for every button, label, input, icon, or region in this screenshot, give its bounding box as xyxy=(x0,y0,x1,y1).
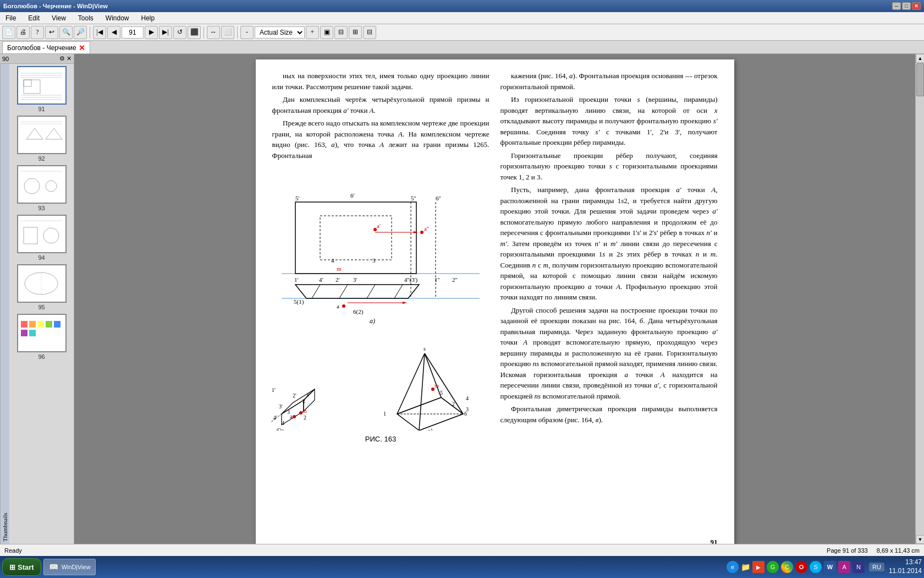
menu-file[interactable]: File xyxy=(2,13,19,23)
lang-indicator[interactable]: RU xyxy=(869,563,884,571)
doc-tab-close[interactable]: ✕ xyxy=(79,43,85,52)
status-ready: Ready xyxy=(4,547,22,554)
thumb-91[interactable]: 91 xyxy=(12,66,72,112)
menu-window[interactable]: Window xyxy=(102,13,133,23)
tb-fit-page-button[interactable]: ⬜ xyxy=(221,26,234,39)
windjview-icon: 📖 xyxy=(48,561,59,572)
tb-fit-width-button[interactable]: ↔ xyxy=(207,26,220,39)
tb-view3-button[interactable]: ⊞ xyxy=(349,26,362,39)
scroll-down-arrow[interactable]: ▼ xyxy=(916,535,924,544)
thumb-img-92 xyxy=(17,116,67,154)
tb-refresh-button[interactable]: ↺ xyxy=(173,26,186,39)
thumb-num-94: 94 xyxy=(38,254,45,261)
svg-rect-18 xyxy=(18,216,65,252)
taskbar: ⊞ Start 📖 WinDjView e 📁 ▶ G C O S W A N … xyxy=(0,556,924,578)
start-button[interactable]: ⊞ Start xyxy=(2,558,41,576)
clock-date: 11.01.2014 xyxy=(889,567,922,576)
tb-back-button[interactable]: ↩ xyxy=(45,26,58,39)
svg-point-46 xyxy=(420,231,424,234)
tray-app3-icon[interactable]: N xyxy=(853,561,865,573)
thumbs-panel[interactable]: 91 92 xyxy=(9,64,74,544)
tray-green-icon[interactable]: G xyxy=(767,561,779,573)
sidebar-settings-icon[interactable]: ⚙ xyxy=(59,55,65,62)
thumb-92[interactable]: 92 xyxy=(12,116,72,162)
tb-new-button[interactable]: 📄 xyxy=(2,26,15,39)
menu-help[interactable]: Help xyxy=(138,13,158,23)
tb-view1-button[interactable]: ▣ xyxy=(320,26,333,39)
svg-text:1'': 1'' xyxy=(435,276,439,283)
col-right-para-6: Фронтальная диметрическая проекция пирам… xyxy=(501,403,718,425)
tb-first-page-button[interactable]: |◀ xyxy=(93,26,106,39)
thumb-num-91: 91 xyxy=(38,106,45,112)
svg-point-87 xyxy=(293,415,296,418)
right-scrollbar[interactable]: ▲ ▼ xyxy=(915,54,924,544)
thumb-96[interactable]: 96 xyxy=(12,314,72,360)
svg-text:5'': 5'' xyxy=(411,195,416,201)
tray-app2-icon[interactable]: A xyxy=(838,561,850,573)
sidebar-close-icon[interactable]: ✕ xyxy=(67,55,72,62)
scroll-up-arrow[interactable]: ▲ xyxy=(916,54,924,63)
menu-tools[interactable]: Tools xyxy=(75,13,97,23)
tray-ie-icon[interactable]: e xyxy=(727,561,739,573)
tray-chrome-icon[interactable]: C xyxy=(781,561,793,573)
scroll-thumb[interactable] xyxy=(916,63,924,96)
tb-zoom-out-button[interactable]: 🔍 xyxy=(59,26,73,39)
status-size-info: 8,69 x 11,43 cm xyxy=(877,547,920,554)
tb-prev-page-button[interactable]: ◀ xyxy=(107,26,120,39)
sidebar-inner: Thumbnails xyxy=(0,64,74,544)
svg-text:а): а) xyxy=(370,317,375,325)
tb-zoom-in2-button[interactable]: + xyxy=(306,26,319,39)
scroll-track[interactable] xyxy=(916,63,924,535)
svg-text:4''(3'): 4''(3') xyxy=(404,276,418,283)
status-bar: Ready Page 91 of 333 8,69 x 11,43 cm xyxy=(0,544,924,556)
tb-stop-button[interactable]: ⬛ xyxy=(188,26,201,39)
title-bar: Боголюбов - Черчение - WinDjView ─ □ ✕ xyxy=(0,0,924,12)
tb-print-button[interactable]: 🖨 xyxy=(16,26,30,39)
tb-view4-button[interactable]: ⊟ xyxy=(363,26,376,39)
clock: 13:47 11.01.2014 xyxy=(889,558,922,575)
main-area: 90 ⚙ ✕ Thumbnails xyxy=(0,54,924,544)
doc-viewer[interactable]: ных на поверхности этих тел, имея только… xyxy=(74,54,915,544)
figure-163: 5' 6' 5'' 6'' a' a'' xyxy=(265,166,496,430)
thumb-93[interactable]: 93 xyxy=(12,165,72,211)
thumb-95[interactable]: 95 xyxy=(12,264,72,310)
page-content: ных на поверхности этих тел, имея только… xyxy=(256,59,734,544)
tb-last-page-button[interactable]: ▶| xyxy=(159,26,172,39)
taskbar-app-windjview[interactable]: 📖 WinDjView xyxy=(43,559,96,575)
thumb-num-93: 93 xyxy=(38,205,45,211)
svg-text:1: 1 xyxy=(282,428,284,430)
tray-media-icon[interactable]: ▶ xyxy=(752,561,765,573)
doc-tab[interactable]: Боголюбов - Черчение ✕ xyxy=(2,41,90,53)
thumb-94[interactable]: 94 xyxy=(12,215,72,261)
zoom-select[interactable]: Actual Size Fit Page Fit Width 50% 75% 1… xyxy=(255,26,305,39)
svg-rect-26 xyxy=(21,321,28,328)
tb-help-button[interactable]: ? xyxy=(31,26,44,39)
tb-view2-button[interactable]: ⊟ xyxy=(334,26,348,39)
svg-rect-27 xyxy=(29,321,36,328)
col-right-para-2: Из горизонтальной проекции точки s (верш… xyxy=(501,94,718,148)
tray-skype-icon[interactable]: S xyxy=(810,561,822,573)
tb-sep3 xyxy=(237,26,238,39)
svg-rect-31 xyxy=(21,330,28,336)
tray-opera-icon[interactable]: O xyxy=(795,561,807,573)
svg-text:1': 1' xyxy=(272,387,276,393)
tray-folder-icon[interactable]: 📁 xyxy=(741,563,750,571)
col-right-para-5: Другой способ решения задачи на построен… xyxy=(501,305,718,402)
svg-text:1': 1' xyxy=(294,276,299,283)
tb-zoom-in-button[interactable]: 🔎 xyxy=(74,26,87,39)
svg-rect-30 xyxy=(54,321,61,328)
page-input[interactable] xyxy=(122,26,144,39)
menu-view[interactable]: View xyxy=(48,13,69,23)
close-button[interactable]: ✕ xyxy=(912,2,921,10)
thumb-num-92: 92 xyxy=(38,155,45,162)
tray-word-icon[interactable]: W xyxy=(824,561,836,573)
menu-edit[interactable]: Edit xyxy=(25,13,43,23)
toolbar: 📄 🖨 ? ↩ 🔍 🔎 |◀ ◀ ▶ ▶| ↺ ⬛ ↔ ⬜ - Actual S… xyxy=(0,24,924,41)
page-number: 91 xyxy=(711,538,718,544)
maximize-button[interactable]: □ xyxy=(902,2,911,10)
svg-text:2': 2' xyxy=(293,392,296,399)
tb-zoom-out2-button[interactable]: - xyxy=(240,26,254,39)
minimize-button[interactable]: ─ xyxy=(892,2,901,10)
svg-rect-29 xyxy=(46,321,52,328)
tb-next-page-button[interactable]: ▶ xyxy=(145,26,158,39)
